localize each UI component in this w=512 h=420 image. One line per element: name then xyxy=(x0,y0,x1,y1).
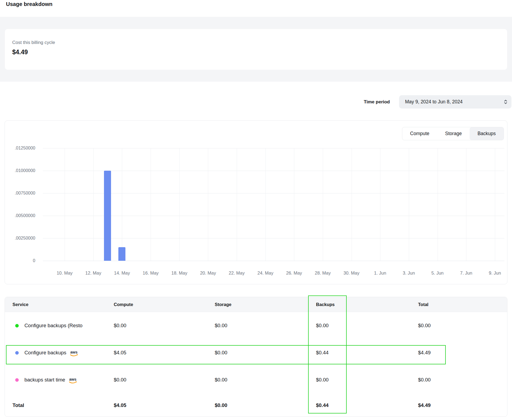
time-period-control: Time period May 9, 2024 to Jun 8, 2024 xyxy=(364,95,511,109)
table-row: Configure backups (Resto$0.00$0.00$0.00$… xyxy=(5,312,507,339)
y-axis-tick: .01000000 xyxy=(5,168,35,173)
cell-compute: $0.00 xyxy=(114,366,126,393)
cell-storage: $0.00 xyxy=(215,366,227,393)
grid-line-vertical xyxy=(93,148,94,261)
x-axis-tick: 18. May xyxy=(163,271,196,276)
table-body: Configure backups (Resto$0.00$0.00$0.00$… xyxy=(5,312,507,393)
usage-bar[interactable] xyxy=(104,171,111,261)
tab-compute[interactable]: Compute xyxy=(402,127,437,140)
grid-line-vertical xyxy=(179,148,180,261)
table-row: backups start timeaws$0.00$0.00$0.00$0.0… xyxy=(5,366,507,393)
service-cell: backups start timeaws xyxy=(15,366,78,393)
column-header-total: Total xyxy=(418,297,428,312)
column-header-backups: Backups xyxy=(316,297,335,312)
cell-storage: $0.00 xyxy=(215,312,227,339)
grid-line-horizontal xyxy=(43,261,504,261)
cell-compute: $4.05 xyxy=(114,339,126,366)
cell-total: $0.00 xyxy=(418,312,431,339)
plot-area xyxy=(43,148,504,261)
service-color-dot xyxy=(15,324,19,327)
usage-table-card: ServiceComputeStorageBackupsTotal Config… xyxy=(5,297,507,417)
total-storage: $0.00 xyxy=(215,393,227,417)
table-header-row: ServiceComputeStorageBackupsTotal xyxy=(5,297,507,312)
time-period-select[interactable]: May 9, 2024 to Jun 8, 2024 xyxy=(399,95,511,109)
usage-bar[interactable] xyxy=(118,247,125,261)
grid-line-horizontal xyxy=(43,148,504,148)
usage-type-tabs: ComputeStorageBackups xyxy=(402,127,504,140)
cell-total: $4.49 xyxy=(418,339,431,366)
x-axis-tick: 12. May xyxy=(77,271,110,276)
y-axis-tick: .00250000 xyxy=(5,236,35,241)
x-axis-tick: 24. May xyxy=(249,271,282,276)
x-axis-tick: 22. May xyxy=(220,271,253,276)
total-row-label: Total xyxy=(12,393,24,417)
grid-line-horizontal xyxy=(43,171,504,171)
aws-icon: aws xyxy=(68,377,78,384)
grid-line-vertical xyxy=(438,148,438,261)
service-color-dot xyxy=(15,351,19,355)
total-backups: $0.44 xyxy=(316,393,328,417)
x-axis-tick: 28. May xyxy=(306,271,339,276)
tab-backups[interactable]: Backups xyxy=(470,127,504,140)
service-name: Configure backups (Resto xyxy=(24,323,83,329)
usage-chart-card: ComputeStorageBackups .01250000.01000000… xyxy=(5,120,507,284)
service-name: Configure backups xyxy=(24,350,66,356)
grid-line-vertical xyxy=(495,148,495,261)
time-period-value: May 9, 2024 to Jun 8, 2024 xyxy=(405,99,463,104)
svg-text:aws: aws xyxy=(69,377,77,381)
chevron-updown-icon xyxy=(503,99,508,105)
x-axis-tick: 3. Jun xyxy=(393,271,425,276)
x-axis-tick: 5. Jun xyxy=(421,271,454,276)
y-axis-tick: .01250000 xyxy=(5,145,35,151)
grid-line-vertical xyxy=(208,148,208,261)
grid-line-vertical xyxy=(65,148,65,261)
service-cell: Configure backupsaws xyxy=(15,339,79,366)
aws-icon: aws xyxy=(69,350,79,357)
x-axis-tick: 20. May xyxy=(192,271,224,276)
billing-cycle-card: Cost this billing cycle $4.49 xyxy=(5,29,507,70)
cell-backups: $0.00 xyxy=(316,312,328,339)
svg-text:aws: aws xyxy=(70,350,78,354)
service-name: backups start time xyxy=(24,377,65,383)
cell-storage: $0.00 xyxy=(215,339,227,366)
y-axis-tick: .00750000 xyxy=(5,190,35,196)
grid-line-vertical xyxy=(380,148,380,261)
x-axis-tick: 14. May xyxy=(106,271,138,276)
cell-total: $0.00 xyxy=(418,366,431,393)
service-cell: Configure backups (Resto xyxy=(15,312,83,339)
table-total-row: Total$4.05$0.00$0.44$4.49 xyxy=(5,393,507,417)
grid-line-vertical xyxy=(266,148,266,261)
column-header-service: Service xyxy=(12,297,29,312)
billing-cycle-label: Cost this billing cycle xyxy=(12,40,55,45)
cell-backups: $0.44 xyxy=(316,339,328,366)
x-axis-tick: 10. May xyxy=(48,271,81,276)
summary-band: Cost this billing cycle $4.49 xyxy=(0,17,512,82)
total-compute: $4.05 xyxy=(114,393,126,417)
table-row: Configure backupsaws$4.05$0.00$0.44$4.49 xyxy=(5,339,507,366)
x-axis-tick: 7. Jun xyxy=(450,271,482,276)
x-axis-tick: 9. Jun xyxy=(479,271,511,276)
billing-cycle-amount: $4.49 xyxy=(12,49,28,56)
grid-line-vertical xyxy=(466,148,466,261)
x-axis-tick: 30. May xyxy=(335,271,368,276)
grid-line-vertical xyxy=(352,148,352,261)
total-total: $4.49 xyxy=(418,393,431,417)
y-axis-tick: .00500000 xyxy=(5,213,35,218)
cell-backups: $0.00 xyxy=(316,366,328,393)
cell-compute: $0.00 xyxy=(114,312,126,339)
column-header-compute: Compute xyxy=(114,297,133,312)
grid-line-vertical xyxy=(151,148,151,261)
grid-line-horizontal xyxy=(43,193,504,193)
grid-line-vertical xyxy=(237,148,237,261)
tab-storage[interactable]: Storage xyxy=(437,127,470,140)
x-axis-tick: 1. Jun xyxy=(364,271,396,276)
usage-breakdown-page: Usage breakdown Cost this billing cycle … xyxy=(0,0,512,420)
service-color-dot xyxy=(15,378,19,382)
grid-line-horizontal xyxy=(43,216,504,216)
page-title: Usage breakdown xyxy=(6,1,52,7)
grid-line-vertical xyxy=(294,148,294,261)
grid-line-horizontal xyxy=(43,238,504,238)
grid-line-vertical xyxy=(409,148,409,261)
grid-line-vertical xyxy=(323,148,323,261)
y-axis-tick: 0 xyxy=(5,258,35,263)
